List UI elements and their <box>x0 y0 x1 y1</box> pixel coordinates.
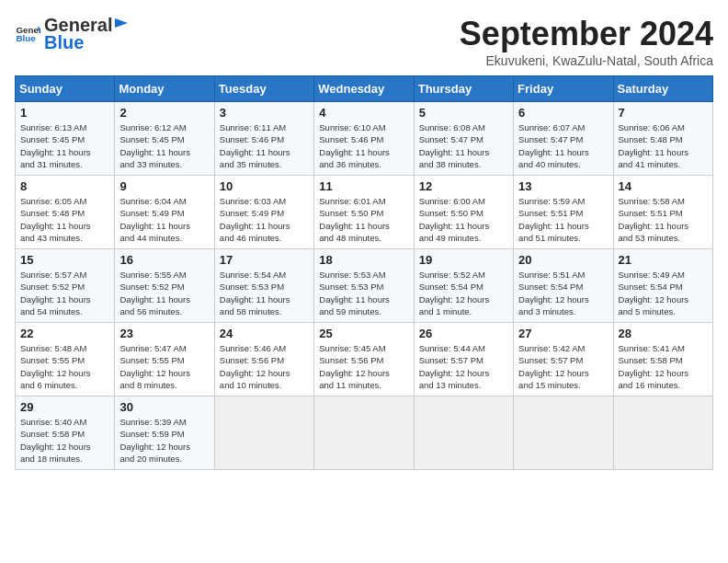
calendar-day-cell: 28Sunrise: 5:41 AM Sunset: 5:58 PM Dayli… <box>613 323 712 396</box>
calendar-day-cell: 8Sunrise: 6:05 AM Sunset: 5:48 PM Daylig… <box>16 176 115 249</box>
day-info: Sunrise: 5:59 AM Sunset: 5:51 PM Dayligh… <box>518 195 608 244</box>
calendar-day-cell: 29Sunrise: 5:40 AM Sunset: 5:58 PM Dayli… <box>16 396 115 470</box>
calendar-day-cell: 1Sunrise: 6:13 AM Sunset: 5:45 PM Daylig… <box>16 102 115 176</box>
day-of-week-header: Saturday <box>613 76 712 102</box>
calendar-week-row: 22Sunrise: 5:48 AM Sunset: 5:55 PM Dayli… <box>16 323 713 396</box>
calendar-week-row: 1Sunrise: 6:13 AM Sunset: 5:45 PM Daylig… <box>16 102 713 176</box>
day-of-week-header: Thursday <box>414 76 513 102</box>
day-number: 12 <box>419 179 508 193</box>
day-info: Sunrise: 5:47 AM Sunset: 5:55 PM Dayligh… <box>119 342 209 391</box>
calendar-day-cell <box>613 396 712 470</box>
day-info: Sunrise: 5:51 AM Sunset: 5:54 PM Dayligh… <box>518 269 608 317</box>
calendar-day-cell <box>414 396 513 470</box>
day-number: 14 <box>619 179 708 193</box>
logo-chevron-icon <box>113 15 130 31</box>
logo: General Blue General Blue <box>15 15 131 53</box>
calendar-day-cell: 19Sunrise: 5:52 AM Sunset: 5:54 PM Dayli… <box>414 249 513 323</box>
day-number: 9 <box>119 179 209 193</box>
day-number: 11 <box>319 179 408 193</box>
svg-marker-3 <box>115 18 128 28</box>
title-block: September 2024 Ekuvukeni, KwaZulu-Natal,… <box>460 15 713 68</box>
day-info: Sunrise: 6:00 AM Sunset: 5:50 PM Dayligh… <box>419 195 508 244</box>
day-info: Sunrise: 5:40 AM Sunset: 5:58 PM Dayligh… <box>20 416 109 465</box>
calendar-day-cell <box>314 396 414 470</box>
page-header: General Blue General Blue September 2024… <box>15 15 713 68</box>
day-number: 29 <box>20 400 109 414</box>
calendar-day-cell: 23Sunrise: 5:47 AM Sunset: 5:55 PM Dayli… <box>115 323 214 396</box>
day-info: Sunrise: 6:07 AM Sunset: 5:47 PM Dayligh… <box>518 121 608 170</box>
calendar-week-row: 15Sunrise: 5:57 AM Sunset: 5:52 PM Dayli… <box>16 249 713 323</box>
calendar-day-cell: 12Sunrise: 6:00 AM Sunset: 5:50 PM Dayli… <box>414 176 513 249</box>
day-number: 21 <box>619 253 708 267</box>
calendar-header: SundayMondayTuesdayWednesdayThursdayFrid… <box>16 76 713 102</box>
calendar-day-cell: 13Sunrise: 5:59 AM Sunset: 5:51 PM Dayli… <box>514 176 613 249</box>
day-info: Sunrise: 6:11 AM Sunset: 5:46 PM Dayligh… <box>220 121 309 170</box>
calendar-day-cell: 17Sunrise: 5:54 AM Sunset: 5:53 PM Dayli… <box>214 249 313 323</box>
day-number: 13 <box>518 179 608 193</box>
day-info: Sunrise: 5:45 AM Sunset: 5:56 PM Dayligh… <box>319 342 408 391</box>
calendar-day-cell: 22Sunrise: 5:48 AM Sunset: 5:55 PM Dayli… <box>16 323 115 396</box>
day-number: 2 <box>119 106 209 120</box>
day-info: Sunrise: 6:13 AM Sunset: 5:45 PM Dayligh… <box>20 121 109 170</box>
day-info: Sunrise: 6:01 AM Sunset: 5:50 PM Dayligh… <box>319 195 408 244</box>
calendar-week-row: 29Sunrise: 5:40 AM Sunset: 5:58 PM Dayli… <box>16 396 713 470</box>
day-number: 23 <box>119 327 209 340</box>
svg-text:Blue: Blue <box>16 33 36 43</box>
calendar-day-cell: 21Sunrise: 5:49 AM Sunset: 5:54 PM Dayli… <box>613 249 712 323</box>
calendar-day-cell <box>514 396 613 470</box>
calendar-day-cell: 14Sunrise: 5:58 AM Sunset: 5:51 PM Dayli… <box>613 176 712 249</box>
day-number: 27 <box>518 327 608 340</box>
calendar-day-cell: 4Sunrise: 6:10 AM Sunset: 5:46 PM Daylig… <box>314 102 414 176</box>
day-info: Sunrise: 5:42 AM Sunset: 5:57 PM Dayligh… <box>518 342 608 391</box>
day-number: 8 <box>20 179 109 193</box>
logo-icon: General Blue <box>15 21 40 47</box>
day-number: 28 <box>619 327 708 340</box>
day-of-week-header: Tuesday <box>214 76 313 102</box>
day-of-week-header: Friday <box>514 76 613 102</box>
day-number: 6 <box>518 106 608 120</box>
day-info: Sunrise: 6:04 AM Sunset: 5:49 PM Dayligh… <box>119 195 209 244</box>
day-number: 4 <box>319 106 408 120</box>
calendar-table: SundayMondayTuesdayWednesdayThursdayFrid… <box>15 75 713 470</box>
day-info: Sunrise: 5:52 AM Sunset: 5:54 PM Dayligh… <box>419 269 508 317</box>
day-of-week-header: Wednesday <box>314 76 414 102</box>
day-number: 7 <box>619 106 708 120</box>
day-info: Sunrise: 5:53 AM Sunset: 5:53 PM Dayligh… <box>319 269 408 317</box>
day-info: Sunrise: 5:39 AM Sunset: 5:59 PM Dayligh… <box>119 416 209 465</box>
day-info: Sunrise: 5:54 AM Sunset: 5:53 PM Dayligh… <box>220 269 309 317</box>
day-info: Sunrise: 6:03 AM Sunset: 5:49 PM Dayligh… <box>220 195 309 244</box>
day-number: 5 <box>419 106 508 120</box>
day-number: 26 <box>419 327 508 340</box>
day-of-week-header: Sunday <box>16 76 115 102</box>
calendar-day-cell: 27Sunrise: 5:42 AM Sunset: 5:57 PM Dayli… <box>514 323 613 396</box>
calendar-day-cell: 16Sunrise: 5:55 AM Sunset: 5:52 PM Dayli… <box>115 249 214 323</box>
day-number: 22 <box>20 327 109 340</box>
calendar-day-cell: 6Sunrise: 6:07 AM Sunset: 5:47 PM Daylig… <box>514 102 613 176</box>
calendar-day-cell: 26Sunrise: 5:44 AM Sunset: 5:57 PM Dayli… <box>414 323 513 396</box>
day-info: Sunrise: 5:44 AM Sunset: 5:57 PM Dayligh… <box>419 342 508 391</box>
day-info: Sunrise: 5:46 AM Sunset: 5:56 PM Dayligh… <box>220 342 309 391</box>
day-number: 18 <box>319 253 408 267</box>
day-number: 10 <box>220 179 309 193</box>
day-info: Sunrise: 6:05 AM Sunset: 5:48 PM Dayligh… <box>20 195 109 244</box>
calendar-day-cell: 9Sunrise: 6:04 AM Sunset: 5:49 PM Daylig… <box>115 176 214 249</box>
day-number: 16 <box>119 253 209 267</box>
day-info: Sunrise: 5:58 AM Sunset: 5:51 PM Dayligh… <box>619 195 708 244</box>
calendar-day-cell: 7Sunrise: 6:06 AM Sunset: 5:48 PM Daylig… <box>613 102 712 176</box>
calendar-day-cell: 15Sunrise: 5:57 AM Sunset: 5:52 PM Dayli… <box>16 249 115 323</box>
calendar-body: 1Sunrise: 6:13 AM Sunset: 5:45 PM Daylig… <box>16 102 713 470</box>
day-info: Sunrise: 6:08 AM Sunset: 5:47 PM Dayligh… <box>419 121 508 170</box>
calendar-day-cell: 11Sunrise: 6:01 AM Sunset: 5:50 PM Dayli… <box>314 176 414 249</box>
day-number: 30 <box>119 400 209 414</box>
calendar-day-cell: 20Sunrise: 5:51 AM Sunset: 5:54 PM Dayli… <box>514 249 613 323</box>
calendar-day-cell: 3Sunrise: 6:11 AM Sunset: 5:46 PM Daylig… <box>214 102 313 176</box>
day-number: 19 <box>419 253 508 267</box>
day-number: 17 <box>220 253 309 267</box>
calendar-day-cell: 10Sunrise: 6:03 AM Sunset: 5:49 PM Dayli… <box>214 176 313 249</box>
calendar-week-row: 8Sunrise: 6:05 AM Sunset: 5:48 PM Daylig… <box>16 176 713 249</box>
calendar-day-cell: 24Sunrise: 5:46 AM Sunset: 5:56 PM Dayli… <box>214 323 313 396</box>
day-info: Sunrise: 5:48 AM Sunset: 5:55 PM Dayligh… <box>20 342 109 391</box>
day-info: Sunrise: 6:10 AM Sunset: 5:46 PM Dayligh… <box>319 121 408 170</box>
day-of-week-header: Monday <box>115 76 214 102</box>
day-info: Sunrise: 6:06 AM Sunset: 5:48 PM Dayligh… <box>619 121 708 170</box>
